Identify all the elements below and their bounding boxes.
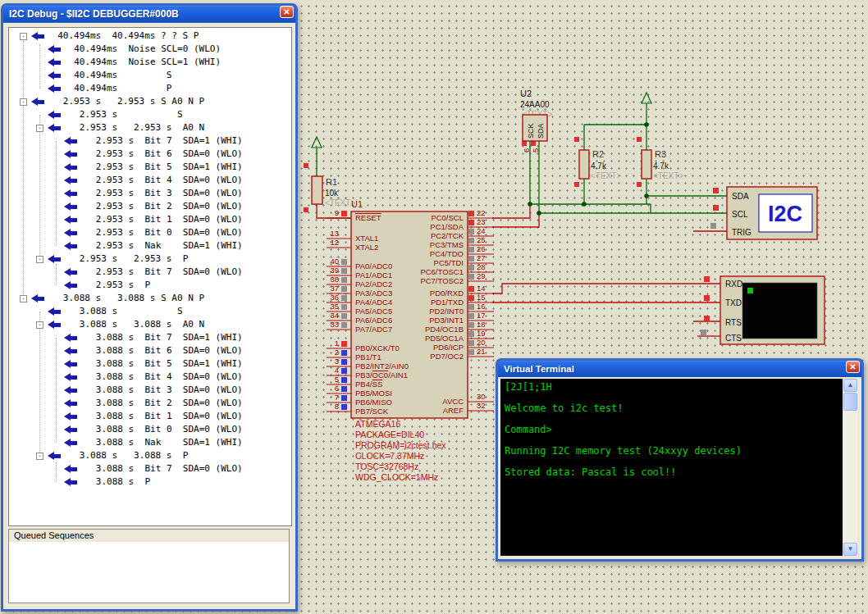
scroll-down-icon[interactable]: ▼ — [843, 543, 857, 556]
u1-pin-name: PA2/ADC2 — [355, 280, 392, 289]
u1-pin-number: 26 — [477, 244, 486, 253]
terminal-line: Running I2C memory test (24xxyy devices) — [505, 445, 742, 457]
i2c-debug-titlebar[interactable]: I2C Debug - $II2C DEBUGGER#000B — [3, 6, 295, 22]
event-arrow-icon — [48, 71, 62, 80]
resistor-r3-body[interactable] — [642, 150, 651, 179]
tree-row[interactable]: - 3.088 s 3.088 s S A0 N P — [9, 292, 291, 305]
u1-pin-name: AVCC — [442, 397, 464, 406]
tree-row[interactable]: - 40.494ms 40.494ms ? ? S P — [9, 30, 291, 43]
tree-row[interactable]: 3.088 s Bit 7 SDA=0 (WLO) — [9, 462, 291, 475]
pin-state-square — [468, 340, 474, 346]
tree-row[interactable]: 3.088 s Bit 3 SDA=0 (WLO) — [9, 384, 291, 397]
tree-row[interactable]: 3.088 s P — [9, 475, 291, 489]
tree-row-label: 2.953 s Bit 5 SDA=1 (WHI) — [80, 161, 243, 173]
u1-pin-name: PC2/TCK — [431, 231, 464, 240]
tree-row[interactable]: 3.088 s S — [9, 305, 291, 318]
u1-pin-number: 1 — [335, 339, 339, 348]
scroll-up-icon[interactable]: ▲ — [843, 379, 857, 392]
i2c-event-tree[interactable]: - 40.494ms 40.494ms ? ? S P 40.494ms Noi… — [8, 27, 292, 526]
u1-pin-number: 37 — [330, 284, 339, 293]
tree-row[interactable]: 2.953 s Bit 7 SDA=1 (WHI) — [9, 134, 291, 148]
terminal-scrollbar[interactable]: ▲ ▼ — [843, 379, 857, 556]
tree-row[interactable]: - 3.088 s 3.088 s P — [9, 449, 291, 462]
tree-row[interactable]: - 2.953 s 2.953 s P — [9, 252, 291, 266]
resistor-r2-body[interactable] — [579, 150, 589, 179]
tree-row[interactable]: 40.494ms Noise SCL=0 (WLO) — [9, 43, 291, 56]
tree-row[interactable]: 3.088 s Bit 0 SDA=0 (WLO) — [9, 423, 291, 436]
tree-row[interactable]: 2.953 s Bit 3 SDA=0 (WLO) — [9, 187, 291, 200]
tree-row[interactable]: 3.088 s Nak SDA=1 (WHI) — [9, 436, 291, 449]
tree-row[interactable]: 2.953 s Nak SDA=1 (WHI) — [9, 239, 291, 252]
pin-state-square — [341, 341, 347, 347]
tree-row-label: 3.088 s Bit 3 SDA=0 (WLO) — [80, 384, 243, 396]
close-icon[interactable]: ✕ — [280, 6, 294, 18]
scrollbar-thumb[interactable] — [843, 393, 857, 411]
pin-state-square — [341, 286, 347, 292]
u1-pin-name: PD3/INT1 — [429, 316, 464, 325]
u1-pin-name: PB7/SCK — [355, 407, 389, 416]
tree-row[interactable]: 2.953 s Bit 6 SDA=0 (WLO) — [9, 148, 291, 161]
terminal-pin-txd-label: TXD — [725, 298, 742, 307]
tree-row[interactable]: 2.953 s S — [9, 108, 291, 121]
tree-row-label: 3.088 s Bit 1 SDA=0 (WLO) — [80, 411, 243, 422]
tree-row[interactable]: 3.088 s Bit 5 SDA=1 (WHI) — [9, 357, 291, 371]
event-arrow-icon — [48, 307, 62, 316]
u1-pin-name: PD7/OC2 — [430, 352, 464, 361]
tree-row[interactable]: 40.494ms Noise SCL=1 (WHI) — [9, 56, 291, 69]
tree-row[interactable]: 2.953 s P — [9, 279, 291, 292]
tree-collapse-icon[interactable]: - — [36, 256, 43, 263]
virtual-terminal-titlebar[interactable]: Virtual Terminal — [498, 361, 861, 377]
queued-sequences-list[interactable] — [8, 542, 290, 603]
debugger-pin-sda-label: SDA — [732, 192, 749, 201]
tree-row[interactable]: 2.953 s Bit 1 SDA=0 (WLO) — [9, 213, 291, 226]
u1-pin-name: PB2/INT2/AIN0 — [355, 362, 409, 371]
event-arrow-icon — [48, 45, 62, 54]
u1-pin-name: PD5/OC1A — [425, 334, 464, 343]
tree-row[interactable]: 3.088 s Bit 7 SDA=1 (WHI) — [9, 331, 291, 344]
pin-state-square — [468, 256, 474, 262]
tree-row[interactable]: - 2.953 s 2.953 s A0 N — [9, 121, 291, 134]
tree-row[interactable]: 3.088 s Bit 2 SDA=0 (WLO) — [9, 397, 291, 410]
tree-row[interactable]: 40.494ms S — [9, 69, 291, 82]
close-icon[interactable]: ✕ — [846, 361, 860, 373]
tree-row[interactable]: 2.953 s Bit 5 SDA=1 (WHI) — [9, 161, 291, 174]
tree-row[interactable]: 40.494ms P — [9, 82, 291, 95]
tree-row[interactable]: 2.953 s Bit 7 SDA=0 (WLO) — [9, 266, 291, 279]
terminal-output[interactable]: [2J[1;1HWelcome to i2c test!Command>Runn… — [500, 379, 843, 556]
event-arrow-icon — [31, 32, 45, 41]
u1-pin-number: 34 — [330, 311, 339, 320]
tree-collapse-icon[interactable]: - — [36, 125, 43, 132]
u1-pin-name: XTAL2 — [355, 243, 378, 252]
pin-state-square — [341, 313, 347, 319]
tree-collapse-icon[interactable]: - — [20, 33, 27, 40]
u1-pin-name: PA7/ADC7 — [355, 325, 392, 334]
event-arrow-icon — [64, 189, 78, 198]
u1-pin-name: PA3/ADC3 — [355, 289, 392, 298]
tree-collapse-icon[interactable]: - — [20, 295, 27, 302]
u1-pin-name: PB1/T1 — [355, 352, 381, 362]
u1-pin-name: PA0/ADC0 — [355, 262, 392, 271]
pin-state-square — [468, 331, 474, 337]
tree-row[interactable]: 2.953 s Bit 4 SDA=0 (WLO) — [9, 174, 291, 187]
tree-row[interactable]: 3.088 s Bit 1 SDA=0 (WLO) — [9, 410, 291, 423]
event-arrow-icon — [48, 124, 62, 133]
tree-row[interactable]: 2.953 s Bit 0 SDA=0 (WLO) — [9, 226, 291, 239]
tree-row[interactable]: 2.953 s Bit 2 SDA=0 (WLO) — [9, 200, 291, 213]
tree-row[interactable]: 3.088 s Bit 6 SDA=0 (WLO) — [9, 344, 291, 357]
u1-pin-number: 35 — [330, 302, 339, 311]
u1-pin-number: 18 — [477, 320, 486, 329]
tree-row[interactable]: - 2.953 s 2.953 s S A0 N P — [9, 95, 291, 108]
tree-collapse-icon[interactable]: - — [36, 321, 43, 329]
event-arrow-icon — [64, 229, 78, 238]
pin-state-square — [468, 286, 474, 292]
event-arrow-icon — [48, 84, 62, 93]
resistor-r1-body[interactable] — [312, 176, 322, 204]
tree-row[interactable]: - 3.088 s 3.088 s A0 N — [9, 318, 291, 331]
tree-collapse-icon[interactable]: - — [36, 453, 43, 460]
tree-collapse-icon[interactable]: - — [20, 98, 27, 106]
event-arrow-icon — [64, 163, 78, 172]
pin-state-square — [468, 274, 474, 280]
event-arrow-icon — [64, 202, 78, 211]
pin-state-square — [468, 238, 474, 243]
tree-row[interactable]: 3.088 s Bit 4 SDA=0 (WLO) — [9, 371, 291, 384]
